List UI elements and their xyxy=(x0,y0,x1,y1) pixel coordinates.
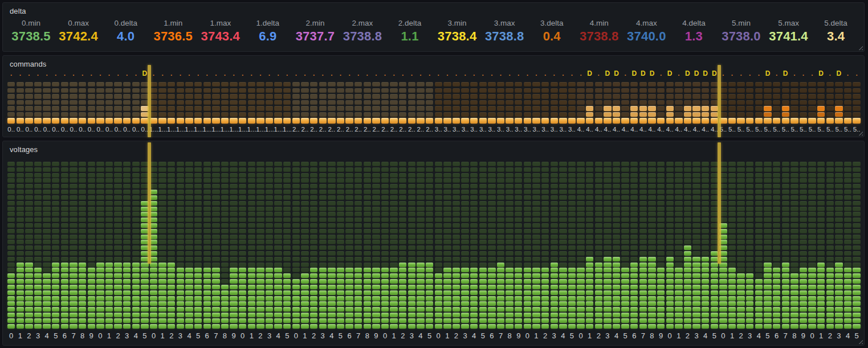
x-tick-label: 9 xyxy=(515,331,522,341)
voltage-cell xyxy=(185,273,193,278)
voltage-column xyxy=(132,162,140,329)
command-cell xyxy=(541,112,549,117)
voltage-cell xyxy=(621,324,629,329)
command-cell xyxy=(711,118,718,123)
voltage-cell xyxy=(470,229,478,234)
voltage-cell xyxy=(239,173,246,178)
panel-title-voltages[interactable]: voltages xyxy=(3,141,864,154)
voltage-cell xyxy=(488,178,495,183)
command-cell xyxy=(248,94,255,99)
voltage-cell xyxy=(52,195,59,200)
voltage-cell xyxy=(461,296,468,301)
voltage-cell xyxy=(559,296,567,301)
voltage-cell xyxy=(399,268,406,272)
command-cell xyxy=(684,94,691,99)
voltage-cell xyxy=(354,212,362,216)
voltage-cell xyxy=(399,318,406,323)
voltage-cell xyxy=(684,212,691,216)
command-dot-label: . xyxy=(88,69,95,78)
voltage-cell xyxy=(470,279,478,284)
voltage-cell xyxy=(577,318,584,323)
voltage-cell xyxy=(43,279,50,284)
x-tick-label: 1 xyxy=(390,331,397,341)
annotation-line[interactable] xyxy=(718,142,721,264)
voltage-cell xyxy=(52,245,59,250)
x-tick-label: 5 xyxy=(621,331,629,341)
command-cell xyxy=(79,112,86,117)
command-cell xyxy=(506,82,513,87)
voltage-cell xyxy=(381,195,389,200)
annotation-line[interactable] xyxy=(718,65,721,137)
voltage-cell xyxy=(372,184,380,189)
voltage-cell xyxy=(230,279,237,284)
voltage-cell xyxy=(194,257,202,261)
voltage-cell xyxy=(88,257,95,261)
voltage-cell xyxy=(692,318,700,323)
voltage-cell xyxy=(524,268,531,272)
voltage-cell xyxy=(453,307,460,312)
voltage-cell xyxy=(354,223,362,228)
voltage-cell xyxy=(595,251,602,256)
command-cell xyxy=(114,106,121,110)
voltage-cell xyxy=(479,240,487,244)
voltage-cell xyxy=(399,162,406,166)
command-cell xyxy=(354,100,362,105)
panel-title-delta[interactable]: delta xyxy=(3,3,864,15)
voltage-cell xyxy=(34,178,42,183)
voltage-cell xyxy=(800,279,807,284)
command-cell xyxy=(577,106,584,110)
command-cell xyxy=(194,112,202,117)
command-cell xyxy=(728,94,736,99)
voltage-cell xyxy=(853,240,860,244)
voltage-cell xyxy=(764,296,771,301)
command-column xyxy=(853,82,860,125)
annotation-line[interactable] xyxy=(148,65,151,137)
command-cell xyxy=(105,82,113,87)
x-tick-label: 4 xyxy=(613,331,620,341)
command-cell xyxy=(764,112,771,117)
voltage-cell xyxy=(800,301,807,306)
x-tick-label: 1 xyxy=(17,331,24,341)
voltage-cell xyxy=(604,190,611,194)
voltage-cell xyxy=(764,324,771,329)
voltage-cell xyxy=(17,218,24,222)
command-cell xyxy=(621,88,629,93)
voltage-cell xyxy=(283,190,291,194)
resize-handle-icon[interactable] xyxy=(857,44,863,50)
voltage-cell xyxy=(568,268,576,272)
command-cell xyxy=(443,88,451,93)
voltage-cell xyxy=(132,290,140,295)
voltage-cell xyxy=(43,178,50,183)
panel-title-commands[interactable]: commands xyxy=(3,56,864,68)
command-cell xyxy=(506,100,513,105)
voltage-column xyxy=(230,162,237,329)
command-cell xyxy=(319,94,327,99)
voltage-cell xyxy=(212,324,219,329)
voltage-cell xyxy=(515,251,522,256)
voltage-cell xyxy=(621,251,629,256)
voltage-cell xyxy=(212,301,219,306)
command-cell xyxy=(310,88,317,93)
annotation-line[interactable] xyxy=(148,142,151,264)
voltage-cell xyxy=(657,240,665,244)
voltage-cell xyxy=(728,240,736,244)
voltage-cell xyxy=(132,229,140,234)
voltage-cell xyxy=(88,184,95,189)
voltage-cell xyxy=(541,324,549,329)
voltage-cell xyxy=(70,218,77,222)
voltage-cell xyxy=(310,207,317,211)
voltage-cell xyxy=(817,307,825,312)
x-tick-label: 4 xyxy=(43,331,50,341)
voltage-cell xyxy=(417,190,424,194)
voltage-cell xyxy=(301,212,308,216)
voltage-cell xyxy=(292,201,300,206)
voltage-cell xyxy=(684,223,691,228)
voltage-cell xyxy=(461,229,468,234)
voltage-cell xyxy=(692,190,700,194)
voltage-cell xyxy=(105,212,113,216)
voltage-cell xyxy=(621,229,629,234)
x-tick-label: 2.. xyxy=(336,125,345,133)
voltage-cell xyxy=(141,290,148,295)
voltage-cell xyxy=(266,324,273,329)
voltage-cell xyxy=(470,240,478,244)
